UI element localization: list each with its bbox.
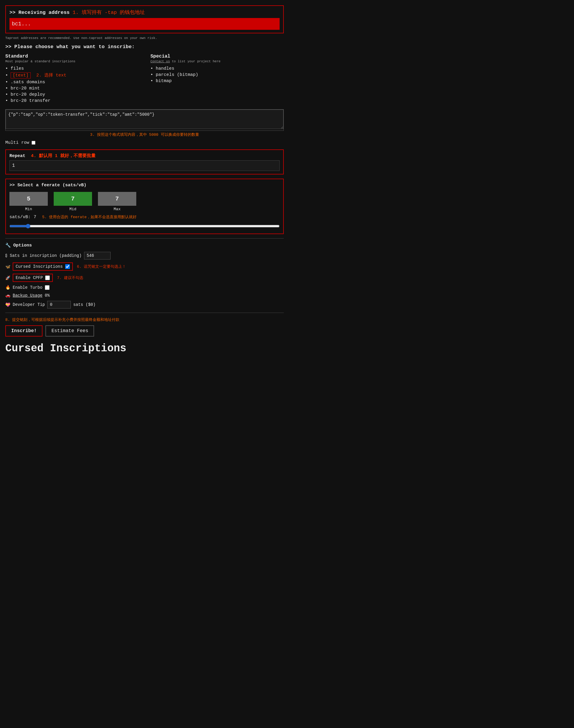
turbo-icon: 🔥 xyxy=(5,285,10,290)
feerate-slider[interactable] xyxy=(9,224,280,229)
options-label: Options xyxy=(13,243,32,248)
special-title: Special xyxy=(151,54,284,59)
fee-mid-button[interactable]: 7 xyxy=(54,192,92,206)
cursed-checkbox[interactable] xyxy=(65,264,70,269)
cursed-row: 🦋 Cursed Inscriptions 6. 诅咒铭文一定要勾选上！ xyxy=(5,262,284,271)
bitcoin-icon: ₿ xyxy=(5,253,7,258)
inscription-text-input[interactable]: {"p":"tap","op":"token-transfer","tick":… xyxy=(6,110,283,129)
multi-row-label: Multi row xyxy=(5,140,29,145)
cursed-inscriptions-box: Cursed Inscriptions xyxy=(13,262,73,271)
receiving-label: >> Receiving address 1. 填写持有 -tap 的钱包地址 xyxy=(9,9,280,16)
address-input[interactable] xyxy=(9,18,280,30)
submit-hint: 8. 提交铭刻，可根据后续提示补充小费并按照最终金额和地址付款 xyxy=(5,317,284,322)
cpfp-label: Enable CPFP xyxy=(16,275,43,280)
list-item-sats-domains[interactable]: • .sats domains xyxy=(5,79,139,85)
estimate-fees-button[interactable]: Estimate Fees xyxy=(45,325,94,337)
fee-buttons: 5 Min 7 Mid 7 Max xyxy=(9,192,280,212)
cpfp-box: Enable CPFP xyxy=(13,274,53,282)
selected-text-item: [text] xyxy=(11,72,31,79)
multi-row-checkbox[interactable] xyxy=(32,141,35,145)
list-item-text[interactable]: • [text] 2. 选择 text xyxy=(5,72,139,79)
text-area-wrapper: {"p":"tap","op":"token-transfer","tick":… xyxy=(5,109,284,131)
bottom-buttons: Inscribe! Estimate Fees xyxy=(5,325,284,337)
special-subtitle-post: to list your project here xyxy=(172,60,221,63)
list-item-parcels[interactable]: • parcels (bitmap) xyxy=(151,72,284,78)
backup-value: 0% xyxy=(45,293,50,298)
special-list: • handles • parcels (bitmap) • bitmap xyxy=(151,66,284,84)
wrench-icon: 🔧 xyxy=(5,243,11,248)
fee-min-group: 5 Min xyxy=(9,192,48,212)
cpfp-icon: 🚀 xyxy=(5,275,10,280)
cursed-label: Cursed Inscriptions xyxy=(16,264,63,269)
cpfp-checkbox[interactable] xyxy=(45,275,50,280)
options-title: 🔧 Options xyxy=(5,243,284,248)
padding-label: Sats in inscription (padding) xyxy=(10,253,82,258)
repeat-section: Repeat 4. 默认用 1 就好，不需要批量 xyxy=(5,149,284,175)
fee-max-group: 7 Max xyxy=(98,192,136,212)
fee-mid-label: Mid xyxy=(69,207,76,212)
divider xyxy=(5,238,284,238)
dev-tip-row: 💝 Developer Tip sats ($0) xyxy=(5,301,284,308)
step1-hint: 1. 填写持有 -tap 的钱包地址 xyxy=(73,10,145,15)
choose-label: >> Please choose what you want to inscri… xyxy=(5,44,284,49)
cpfp-row: 🚀 Enable CPFP 7. 建议不勾选 xyxy=(5,274,284,282)
fee-mid-group: 7 Mid xyxy=(54,192,92,212)
step4-hint: 4. 默认用 1 就好，不需要批量 xyxy=(31,154,95,158)
fee-min-label: Min xyxy=(25,207,32,212)
receiving-address-section: >> Receiving address 1. 填写持有 -tap 的钱包地址 xyxy=(5,5,284,33)
step3-hint: 3. 按照这个格式填写内容，其中 5000 可以换成你要转的数量 xyxy=(5,132,284,137)
padding-row: ₿ Sats in inscription (padding) xyxy=(5,252,284,260)
sats-line: sats/vB: 7 5. 使用合适的 feerate，如果不会选直接用默认就好 xyxy=(9,214,280,220)
standard-subtitle: Most popular & standard inscriptions xyxy=(5,60,139,63)
repeat-label: Repeat 4. 默认用 1 就好，不需要批量 xyxy=(9,153,280,158)
feerate-section: >> Select a feerate (sats/vB) 5 Min 7 Mi… xyxy=(5,179,284,234)
standard-column: Standard Most popular & standard inscrip… xyxy=(5,54,139,104)
fee-max-label: Max xyxy=(114,207,120,212)
multi-row-line: Multi row xyxy=(5,140,284,145)
backup-icon: 🚗 xyxy=(5,293,10,298)
standard-list: • files • [text] 2. 选择 text • .sats doma… xyxy=(5,66,139,104)
sats-label: sats/vB: xyxy=(9,215,31,220)
standard-title: Standard xyxy=(5,54,139,59)
cursed-inscriptions-title: Cursed Inscriptions xyxy=(5,342,284,354)
special-subtitle: Contact us to list your project here xyxy=(151,60,284,63)
address-hint: Taproot addresses are recommended. Use n… xyxy=(5,36,284,40)
step5-hint: 5. 使用合适的 feerate，如果不会选直接用默认就好 xyxy=(42,214,136,220)
special-column: Special Contact us to list your project … xyxy=(151,54,284,104)
turbo-label: Enable Turbo xyxy=(13,285,42,290)
list-item-files[interactable]: • files xyxy=(5,66,139,72)
padding-input[interactable] xyxy=(84,252,111,260)
sats-value: 7 xyxy=(34,215,36,220)
dev-suffix: sats ($0) xyxy=(73,302,95,307)
repeat-input[interactable] xyxy=(9,160,280,171)
backup-row: 🚗 Backup Usage 0% xyxy=(5,293,284,298)
list-item-brc20-mint[interactable]: • brc-20 mint xyxy=(5,85,139,91)
turbo-row: 🔥 Enable Turbo xyxy=(5,285,284,290)
dev-icon: 💝 xyxy=(5,302,10,307)
list-item-bitmap[interactable]: • bitmap xyxy=(151,78,284,84)
list-item-brc20-transfer[interactable]: • brc-20 transfer xyxy=(5,98,139,104)
inscription-columns: Standard Most popular & standard inscrip… xyxy=(5,54,284,104)
fee-min-button[interactable]: 5 xyxy=(9,192,48,206)
inscribe-button[interactable]: Inscribe! xyxy=(5,325,42,337)
cursed-icon: 🦋 xyxy=(5,264,10,269)
dev-tip-input[interactable] xyxy=(47,301,71,308)
dev-label: Developer Tip xyxy=(13,302,45,307)
turbo-checkbox[interactable] xyxy=(45,285,49,290)
list-item-handles[interactable]: • handles xyxy=(151,66,284,72)
step2-hint: 2. 选择 text xyxy=(36,73,66,78)
fee-max-button[interactable]: 7 xyxy=(98,192,136,206)
contact-us-link[interactable]: Contact us xyxy=(151,60,170,63)
cpfp-hint: 7. 建议不勾选 xyxy=(57,275,83,280)
backup-link[interactable]: Backup Usage xyxy=(13,293,42,298)
feerate-title: >> Select a feerate (sats/vB) xyxy=(9,183,280,188)
bottom-divider xyxy=(5,313,284,313)
cursed-hint: 6. 诅咒铭文一定要勾选上！ xyxy=(77,264,126,269)
list-item-brc20-deploy[interactable]: • brc-20 deploy xyxy=(5,91,139,98)
